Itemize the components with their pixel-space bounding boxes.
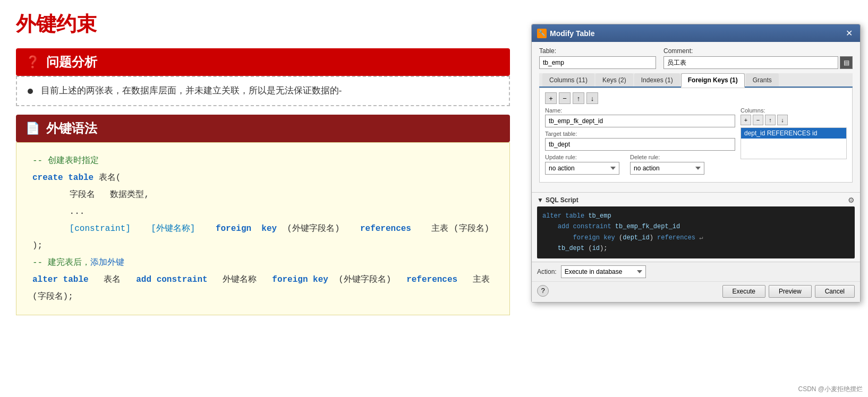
left-content: 外键约束 ❓ 问题分析 目前上述的两张表，在数据库层面，并未建立关联，所以是无法… (0, 0, 526, 397)
dialog-title-left: 🔧 Modify Table (537, 29, 595, 38)
fk-right-panel: Columns: + − ↑ ↓ dept_id REFERENCES id (741, 107, 847, 178)
cancel-button[interactable]: Cancel (815, 285, 855, 298)
close-button[interactable]: ✕ (844, 28, 855, 38)
update-rule-group: Update rule: no action cascade set null … (545, 154, 619, 175)
tab-columns[interactable]: Columns (11) (542, 73, 594, 87)
remove-column-ref-button[interactable]: − (753, 115, 763, 125)
action-row: Action: Execute in database Create SQL s… (532, 262, 860, 281)
tab-indexes[interactable]: Indexes (1) (634, 73, 680, 87)
code-line-7: -- 建完表后，添加外键 (32, 254, 493, 271)
preview-button[interactable]: Preview (769, 285, 812, 298)
doc-icon: 📄 (25, 122, 40, 135)
code-line-4: ... (32, 203, 493, 220)
update-rule-select[interactable]: no action cascade set null restrict (545, 162, 619, 175)
sql-section-title: ▼ SQL Script (537, 196, 578, 204)
question-icon: ❓ (25, 55, 40, 69)
collapse-icon: ▼ (537, 196, 543, 204)
code-line-2: create table 表名( (32, 169, 493, 186)
move-up-button[interactable]: ↑ (573, 92, 584, 104)
dialog-tabs: Columns (11) Keys (2) Indexes (1) Foreig… (539, 73, 853, 88)
fk-target-input[interactable] (545, 138, 735, 151)
columns-toolbar: + − ↑ ↓ (741, 115, 847, 125)
table-comment-row: Table: Comment: ▤ (539, 47, 853, 69)
table-input[interactable] (539, 56, 656, 69)
fk-name-group: Name: (545, 107, 735, 127)
move-col-up-button[interactable]: ↑ (765, 115, 776, 125)
delete-rule-group: Delete rule: no action cascade set null … (630, 154, 704, 175)
fk-tab-content: + − ↑ ↓ Name: Target table: (539, 88, 853, 183)
problem-text: 目前上述的两张表，在数据库层面，并未建立关联，所以是无法保证数据的- (28, 83, 498, 99)
add-fk-button[interactable]: + (545, 92, 557, 104)
tab-grants[interactable]: Grants (746, 73, 779, 87)
execute-button[interactable]: Execute (722, 285, 765, 298)
move-down-button[interactable]: ↓ (586, 92, 598, 104)
watermark: CSDN @小麦拒绝摆烂 (798, 385, 863, 394)
move-col-down-button[interactable]: ↓ (777, 115, 788, 125)
fk-column-item[interactable]: dept_id REFERENCES id (741, 128, 846, 139)
delete-rule-label: Delete rule: (630, 154, 704, 160)
update-rule-label: Update rule: (545, 154, 619, 160)
fk-columns-label: Columns: (741, 107, 847, 114)
code-line-5: [constraint] [外键名称] foreign key (外键字段名) … (32, 220, 493, 237)
problem-title: 问题分析 (46, 54, 97, 71)
action-select[interactable]: Execute in database Create SQL script fi… (561, 265, 646, 278)
app-icon: 🔧 (537, 29, 547, 38)
fk-target-group: Target table: (545, 131, 735, 151)
delete-rule-select[interactable]: no action cascade set null restrict (630, 162, 704, 175)
dialog-footer: ? Execute Preview Cancel (532, 281, 860, 302)
main-title: 外键约束 (16, 11, 510, 38)
sql-header: ▼ SQL Script ⚙ (537, 196, 855, 204)
fk-rules-row: Update rule: no action cascade set null … (545, 154, 735, 175)
action-label: Action: (537, 268, 557, 275)
fk-toolbar: + − ↑ ↓ (545, 92, 847, 104)
comment-input-row: ▤ (663, 56, 853, 69)
problem-content: 目前上述的两张表，在数据库层面，并未建立关联，所以是无法保证数据的- (16, 76, 510, 106)
code-line-6: ); (32, 237, 493, 254)
tab-foreign-keys[interactable]: Foreign Keys (1) (681, 73, 745, 88)
syntax-title: 外键语法 (46, 120, 97, 137)
syntax-header: 📄 外键语法 (16, 115, 510, 142)
gear-icon[interactable]: ⚙ (848, 196, 855, 204)
remove-fk-button[interactable]: − (559, 92, 571, 104)
help-button[interactable]: ? (537, 285, 549, 297)
sql-script-section: ▼ SQL Script ⚙ alter table tb_emp add co… (532, 192, 860, 262)
dialog-title: Modify Table (550, 29, 595, 38)
fk-left-panel: Name: Target table: Update rule: no acti… (545, 107, 735, 178)
code-line-3: 字段名 数据类型, (32, 186, 493, 203)
dialog-top-fields: Table: Comment: ▤ Columns (11) Keys (2) … (532, 42, 860, 192)
fk-columns-list: dept_id REFERENCES id (741, 127, 847, 159)
problem-section-header: ❓ 问题分析 (16, 48, 510, 76)
sql-code-block: alter table tb_emp add constraint tb_emp… (537, 206, 855, 258)
fk-columns-area: + − ↑ ↓ dept_id REFERENCES id (741, 115, 847, 159)
bullet-icon (28, 89, 33, 94)
add-column-ref-button[interactable]: + (741, 115, 751, 125)
syntax-section: 📄 外键语法 -- 创建表时指定 create table 表名( 字段名 数据… (16, 115, 510, 315)
fk-target-label: Target table: (545, 131, 735, 137)
modify-table-dialog: 🔧 Modify Table ✕ Table: Comment: ▤ Colum… (531, 24, 861, 303)
code-line-8: alter table 表名 add constraint 外键名称 forei… (32, 271, 493, 305)
dialog-titlebar: 🔧 Modify Table ✕ (532, 24, 860, 42)
fk-layout: Name: Target table: Update rule: no acti… (545, 107, 847, 178)
fk-name-label: Name: (545, 107, 735, 114)
syntax-code-box: -- 创建表时指定 create table 表名( 字段名 数据类型, ...… (16, 142, 510, 315)
comment-label: Comment: (663, 47, 853, 55)
comment-expand-icon[interactable]: ▤ (840, 56, 853, 69)
comment-field: Comment: ▤ (663, 47, 853, 69)
code-line-1: -- 创建表时指定 (32, 152, 493, 169)
table-field: Table: (539, 47, 656, 69)
fk-name-input[interactable] (545, 115, 735, 127)
comment-input[interactable] (663, 56, 838, 69)
tab-keys[interactable]: Keys (2) (595, 73, 633, 87)
table-label: Table: (539, 47, 656, 55)
